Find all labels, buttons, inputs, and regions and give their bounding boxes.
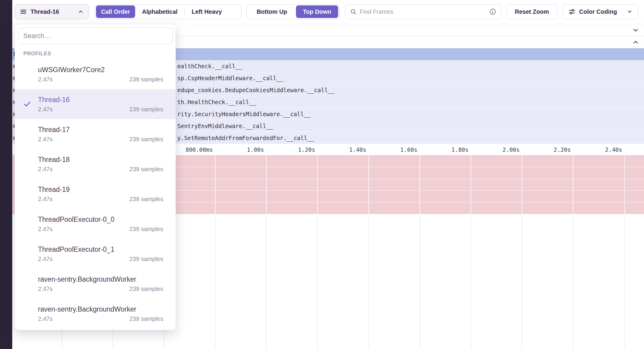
profile-option[interactable]: Thread-18 2.47s 239 samples [15,149,176,179]
thread-selector-button[interactable]: Thread-16 [15,4,89,19]
info-icon[interactable] [489,8,496,15]
profile-option[interactable]: uWSGIWorker7Core2 2.47s 239 samples [15,59,176,89]
color-coding-label: Color Coding [579,8,617,15]
gridline [624,214,625,349]
profile-duration: 2.47s [38,286,53,292]
profile-samples: 239 samples [129,315,163,322]
direction-top-down-button[interactable]: Top Down [296,5,338,18]
gridline [471,155,471,214]
axis-tick-label: 800.00ms [185,146,213,153]
find-frames-input[interactable] [360,8,486,15]
sort-alphabetical-button[interactable]: Alphabetical [135,4,184,19]
sort-left-heavy-button[interactable]: Left Heavy [185,4,229,19]
gridline [573,155,573,214]
axis-tick-label: 1.60s [400,146,417,153]
axis-tick-label: 1.80s [451,146,468,153]
reset-zoom-button[interactable]: Reset Zoom [506,4,557,19]
profile-name: Thread-18 [38,156,163,164]
expand-panel-chevron-down-icon[interactable] [632,27,639,34]
profile-option[interactable]: Thread-17 2.47s 239 samples [15,119,176,149]
profile-samples: 239 samples [129,136,163,143]
frame-text: sp.CspHeaderMiddleware.__call__ [177,75,283,81]
gridline [522,214,522,349]
profile-duration: 2.47s [38,136,53,143]
gridline [368,155,369,214]
sort-call-order-button[interactable]: Call Order [96,5,135,18]
thread-selector-label: Thread-16 [30,8,74,15]
gridline [419,155,420,214]
axis-tick-label: 1.40s [349,146,366,153]
profile-option[interactable]: ThreadPoolExecutor-0_1 2.47s 239 samples [15,239,176,269]
profile-name: Thread-16 [38,96,163,104]
profile-option[interactable]: Thread-19 2.47s 239 samples [15,179,176,209]
profile-samples: 239 samples [129,166,163,173]
frame-text: y.SetRemoteAddrFromForwardedFor.__call__ [177,135,314,141]
frame-text: edupe_cookies.DedupeCookiesMiddleware.__… [177,87,335,93]
chevron-down-icon [627,9,633,15]
profile-duration: 2.47s [38,256,53,262]
direction-segmented-control: Bottom Up Top Down [246,4,340,19]
profile-option-selected[interactable]: Thread-16 2.47s 239 samples [15,89,176,119]
profile-name: Thread-19 [38,186,163,194]
sort-order-segmented-control: Call Order Alphabetical Left Heavy [94,4,241,19]
find-frames-search [345,4,501,19]
profile-samples: 239 samples [129,196,163,203]
profile-duration: 2.47s [38,315,53,322]
gridline [266,214,267,349]
list-icon [20,8,27,15]
gridline [266,155,267,214]
gridline [215,155,216,214]
frame-text: rity.SecurityHeadersMiddleware.__call__ [177,111,311,117]
chevron-up-icon [78,9,84,15]
dropdown-search-input[interactable] [18,28,173,44]
frame-text: ealthCheck.__call__ [177,63,242,69]
profile-duration: 2.47s [38,106,53,113]
profile-duration: 2.47s [38,196,53,203]
profile-name: uWSGIWorker7Core2 [38,66,163,74]
profile-duration: 2.47s [38,76,53,83]
profiler-app: { "toolbar": { "thread_selector": { "lab… [0,0,644,349]
profile-samples: 239 samples [129,226,163,233]
profile-duration: 2.47s [38,226,53,233]
profile-duration: 2.47s [38,166,53,173]
frame-text: SentryEnvMiddleware.__call__ [177,123,273,129]
axis-tick-label: 1.20s [298,146,315,153]
axis-tick-label: 2.00s [503,146,520,153]
direction-bottom-up-button[interactable]: Bottom Up [248,4,296,19]
profile-name: raven-sentry.BackgroundWorker [38,275,163,283]
profile-option[interactable]: raven-sentry.BackgroundWorker 2.47s 239 … [15,269,176,299]
gridline [419,214,420,349]
thread-dropdown-panel: PROFILES uWSGIWorker7Core2 2.47s 239 sam… [15,24,176,330]
profile-samples: 239 samples [129,256,163,262]
profile-name: ThreadPoolExecutor-0_0 [38,216,163,224]
color-coding-button[interactable]: Color Coding [563,4,638,19]
gridline [317,155,318,214]
profile-name: ThreadPoolExecutor-0_1 [38,245,163,254]
gridline [471,214,471,349]
profiles-section-label: PROFILES [23,51,176,57]
profile-samples: 239 samples [129,76,163,83]
profile-samples: 239 samples [129,286,163,292]
profile-name: raven-sentry.BackgroundWorker [38,305,163,313]
gridline [368,214,369,349]
gridline [317,214,318,349]
gridline [573,214,573,349]
axis-tick-label: 2.20s [554,146,571,153]
gridline [522,155,522,214]
axis-tick-label: 1.00s [247,146,264,153]
profile-option[interactable]: raven-sentry.BackgroundWorker 2.47s 239 … [15,299,176,329]
collapse-panel-chevron-up-icon[interactable] [632,39,639,46]
axis-tick-label: 2.40s [605,146,622,153]
frame-text: th.HealthCheck.__call__ [177,99,256,105]
app-sidebar-strip [0,0,12,349]
search-icon [350,8,357,15]
gridline [624,155,625,214]
sliders-icon [568,8,576,15]
profile-samples: 239 samples [129,106,163,113]
profile-name: Thread-17 [38,126,163,134]
check-icon [23,100,38,108]
gridline [215,214,216,349]
profile-option[interactable]: ThreadPoolExecutor-0_0 2.47s 239 samples [15,209,176,239]
